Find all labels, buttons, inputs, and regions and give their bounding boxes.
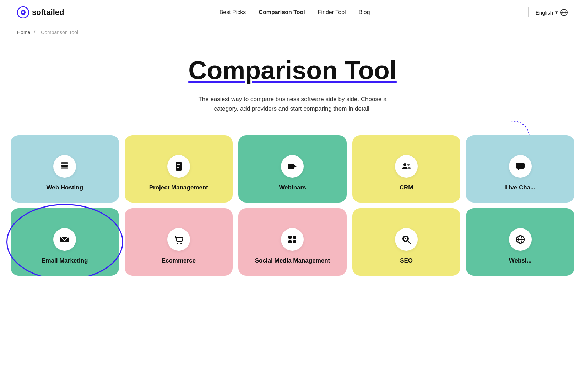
social-media-icon-wrap [281, 228, 304, 251]
ecommerce-label: Ecommerce [162, 257, 196, 264]
categories-row-2: Email Marketing Ecommerce [11, 208, 574, 276]
grid-icon [287, 234, 297, 244]
svg-point-22 [180, 243, 182, 244]
nav-divider [528, 7, 529, 17]
svg-marker-15 [294, 165, 297, 168]
category-social-media[interactable]: Social Media Management [238, 208, 347, 276]
category-seo[interactable]: SEO [352, 208, 461, 276]
svg-rect-24 [293, 236, 296, 239]
svg-rect-26 [293, 240, 296, 243]
website-label: Websi... [509, 257, 532, 264]
svg-point-29 [405, 238, 406, 239]
svg-rect-25 [288, 240, 292, 243]
chevron-down-icon: ▾ [555, 9, 558, 16]
globe-icon [560, 9, 568, 16]
category-crm[interactable]: CRM [352, 135, 461, 203]
nav-right: English ▾ [525, 7, 568, 17]
chat-icon [515, 161, 525, 171]
video-icon [287, 161, 297, 171]
svg-marker-19 [518, 169, 520, 171]
nav-best-picks[interactable]: Best Picks [220, 9, 246, 16]
svg-point-21 [177, 243, 178, 244]
svg-rect-18 [516, 163, 525, 169]
svg-point-2 [22, 11, 24, 13]
people-icon [401, 161, 411, 171]
category-email-marketing[interactable]: Email Marketing [11, 208, 119, 276]
category-web-hosting[interactable]: Web Hosting [11, 135, 119, 203]
brand-name: softailed [32, 8, 64, 17]
svg-point-17 [407, 164, 410, 166]
project-management-icon-wrap [167, 155, 190, 178]
mail-icon [60, 234, 70, 244]
language-label: English [536, 10, 553, 16]
category-ecommerce[interactable]: Ecommerce [125, 208, 233, 276]
svg-rect-8 [61, 167, 68, 169]
seo-icon-wrap [395, 228, 418, 251]
website-icon-wrap [509, 228, 532, 251]
breadcrumb-home[interactable]: Home [17, 29, 30, 35]
nav-finder-tool[interactable]: Finder Tool [318, 9, 346, 16]
categories-section: Web Hosting Project Management Webin [0, 121, 585, 276]
web-hosting-label: Web Hosting [47, 184, 83, 191]
live-chat-icon-wrap [509, 155, 532, 178]
brand-logo-icon [17, 6, 29, 18]
brand-logo[interactable]: softailed [17, 6, 64, 18]
layers-icon [60, 161, 70, 171]
email-marketing-icon-wrap [53, 228, 76, 251]
hero-subtitle: The easiest way to compare business soft… [190, 94, 396, 114]
svg-rect-23 [288, 236, 292, 239]
breadcrumb-separator: / [34, 29, 35, 35]
page-title: Comparison Tool [7, 56, 578, 84]
svg-point-16 [403, 163, 406, 166]
crm-icon-wrap [395, 155, 418, 178]
project-management-label: Project Management [149, 184, 208, 191]
breadcrumb-current: Comparison Tool [41, 29, 78, 35]
seo-label: SEO [400, 257, 413, 264]
svg-rect-14 [288, 164, 294, 169]
webinars-icon-wrap [281, 155, 304, 178]
svg-line-30 [408, 241, 411, 244]
social-media-label: Social Media Management [255, 257, 330, 264]
categories-row-1: Web Hosting Project Management Webin [11, 135, 574, 203]
live-chat-label: Live Cha... [505, 184, 535, 191]
crm-label: CRM [400, 184, 413, 191]
breadcrumb: Home / Comparison Tool [0, 25, 585, 39]
nav-blog[interactable]: Blog [359, 9, 370, 16]
nav-links: Best Picks Comparison Tool Finder Tool B… [220, 9, 370, 16]
webinars-label: Webinars [279, 184, 306, 191]
search-circle-icon [401, 234, 411, 244]
language-selector[interactable]: English ▾ [536, 9, 568, 16]
web-hosting-icon-wrap [53, 155, 76, 178]
email-marketing-label: Email Marketing [42, 257, 88, 264]
doc-icon [174, 161, 184, 171]
category-live-chat[interactable]: Live Cha... [466, 135, 574, 203]
svg-rect-10 [176, 162, 182, 171]
navbar: softailed Best Picks Comparison Tool Fin… [0, 0, 585, 25]
svg-rect-9 [61, 162, 68, 164]
category-website[interactable]: Websi... [466, 208, 574, 276]
globe2-icon [515, 234, 525, 244]
category-project-management[interactable]: Project Management [125, 135, 233, 203]
svg-rect-7 [61, 165, 68, 167]
hero-section: Comparison Tool The easiest way to compa… [0, 39, 585, 121]
nav-comparison-tool[interactable]: Comparison Tool [259, 9, 305, 16]
cart-icon [174, 234, 184, 244]
category-webinars[interactable]: Webinars [238, 135, 347, 203]
ecommerce-icon-wrap [167, 228, 190, 251]
